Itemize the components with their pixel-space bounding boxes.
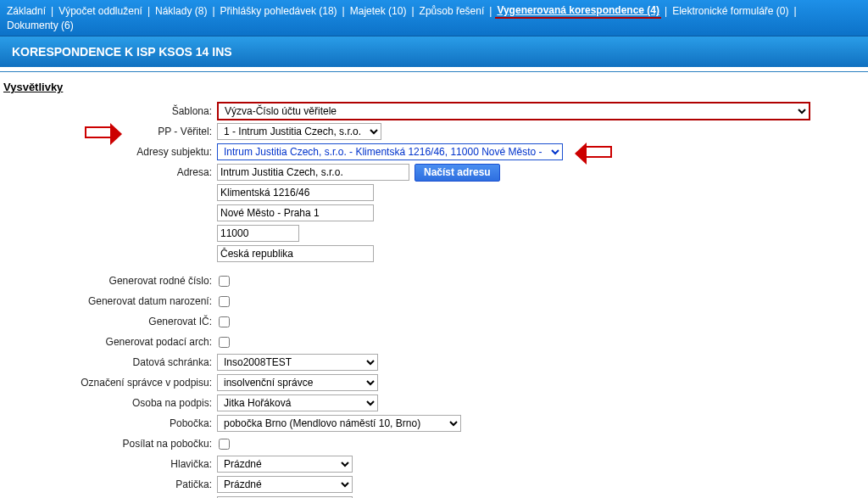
input-adresa-2[interactable] [217,184,374,201]
select-osoba-podpis[interactable]: Jitka Hořáková [217,394,378,411]
select-hlavicka[interactable]: Prázdné [217,456,353,473]
checkbox-gen-ic[interactable] [219,316,230,327]
select-paticka[interactable]: Prázdné [217,476,353,493]
annotation-arrow-right-icon [85,126,120,138]
select-sablona[interactable]: Výzva-Číslo účtu věřitele [217,102,810,120]
checkbox-gen-podaci[interactable] [219,337,230,348]
input-adresa-1[interactable] [217,164,409,181]
label-gen-rodne: Generovat rodné číslo: [0,275,217,287]
form-area: Šablona: Výzva-Číslo účtu věřitele PP - … [0,98,868,498]
select-adresy-subjektu[interactable]: Intrum Justitia Czech, s.r.o. - Kliments… [217,143,563,160]
select-datova-schranka[interactable]: Inso2008TEST [217,354,378,371]
input-adresa-5[interactable] [217,245,374,262]
checkbox-posilat[interactable] [219,439,230,450]
nav-item-majetek[interactable]: Majetek (10) [348,4,409,18]
select-pobocka[interactable]: pobočka Brno (Mendlovo náměstí 10, Brno) [217,415,461,432]
legend-link[interactable]: Vysvětlivky [3,81,63,93]
nav-item-prihlasky-pohledavek[interactable]: Přihlášky pohledávek (18) [219,4,339,18]
label-hlavicka: Hlavička: [0,458,217,470]
label-gen-podaci: Generovat podací arch: [0,336,217,348]
top-nav: Základní| Výpočet oddlužení| Náklady (8)… [0,0,868,36]
nav-item-naklady[interactable]: Náklady (8) [153,4,209,18]
page-title: KORESPONDENCE K ISP KSOS 14 INS [0,36,868,67]
nav-item-dokumenty[interactable]: Dokumenty (6) [5,19,75,32]
nav-item-elektronicke-formulare[interactable]: Elektronické formuláře (0) [670,4,790,18]
label-sablona: Šablona: [0,105,217,117]
nav-item-zakladni[interactable]: Základní [5,4,47,18]
label-gen-datum: Generovat datum narození: [0,295,217,307]
checkbox-gen-rodne[interactable] [219,276,230,287]
nav-item-vygenerovana-korespondence[interactable]: Vygenerovaná korespondence (4) [495,3,661,19]
input-adresa-3[interactable] [217,204,374,221]
btn-nacist-adresu[interactable]: Načíst adresu [415,164,500,182]
checkbox-gen-datum[interactable] [219,296,230,307]
nav-item-vypocet-oddluzeni[interactable]: Výpočet oddlužení [57,4,144,18]
select-veritel[interactable]: 1 - Intrum Justitia Czech, s.r.o. [217,123,381,140]
label-osoba-podpis: Osoba na podpis: [0,397,217,409]
select-ozn-spravce[interactable]: insolvenční správce [217,374,378,391]
label-gen-ic: Generovat IČ: [0,316,217,327]
label-datova-schranka: Datová schránka: [0,356,217,368]
label-ozn-spravce: Označení správce v podpisu: [0,377,217,389]
nav-item-zpusob-reseni[interactable]: Způsob řešení [418,4,487,18]
annotation-arrow-left-icon [585,146,612,158]
input-adresa-4[interactable] [217,225,299,242]
label-pobocka: Pobočka: [0,417,217,429]
label-posilat: Posílat na pobočku: [0,438,217,450]
label-adresa: Adresa: [0,166,217,178]
label-paticka: Patička: [0,478,217,490]
label-adresy-subjektu: Adresy subjektu: [0,146,217,158]
